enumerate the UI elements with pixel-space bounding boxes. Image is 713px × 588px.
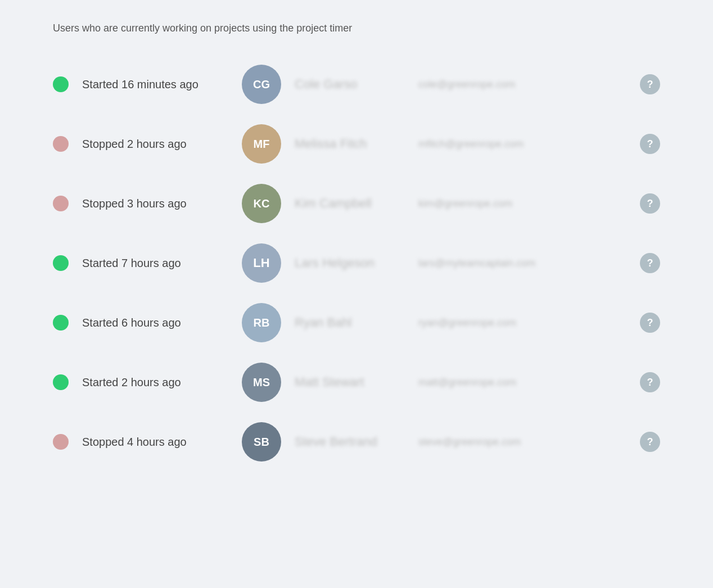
user-info-kim: Kim Campbellkim@greenrope.com	[295, 196, 626, 211]
main-container: Users who are currently working on proje…	[19, 0, 694, 494]
timer-text-steve: Stopped 4 hours ago	[82, 436, 228, 449]
user-name-cole: Cole Garso	[295, 77, 396, 92]
user-row: Started 6 hours agoRBRyan Bahlryan@green…	[53, 293, 660, 352]
status-dot-steve	[53, 434, 69, 450]
user-info-cole: Cole Garsocole@greenrope.com	[295, 77, 626, 92]
status-dot-matt	[53, 374, 69, 390]
timer-text-matt: Started 2 hours ago	[82, 376, 228, 389]
user-name-matt: Matt Stewart	[295, 375, 396, 390]
user-info-ryan: Ryan Bahlryan@greenrope.com	[295, 315, 626, 330]
timer-text-cole: Started 16 minutes ago	[82, 78, 228, 91]
user-row: Started 2 hours agoMSMatt Stewartmatt@gr…	[53, 352, 660, 412]
user-email-ryan: ryan@greenrope.com	[418, 317, 516, 329]
user-info-steve: Steve Bertrandsteve@greenrope.com	[295, 435, 626, 449]
avatar-kim: KC	[242, 184, 281, 223]
status-dot-lars	[53, 255, 69, 271]
timer-text-ryan: Started 6 hours ago	[82, 316, 228, 329]
help-button-steve[interactable]: ?	[640, 432, 660, 452]
avatar-cole: CG	[242, 65, 281, 104]
timer-text-kim: Stopped 3 hours ago	[82, 197, 228, 210]
user-email-steve: steve@greenrope.com	[418, 436, 521, 448]
user-email-lars: lars@myteamcaptain.com	[418, 257, 535, 269]
user-email-melissa: mfitch@greenrope.com	[418, 138, 524, 150]
user-list: Started 16 minutes agoCGCole Garsocole@g…	[53, 55, 660, 472]
help-button-kim[interactable]: ?	[640, 193, 660, 214]
user-row: Started 7 hours agoLHLars Helgesonlars@m…	[53, 233, 660, 293]
user-name-melissa: Melissa Fitch	[295, 137, 396, 151]
help-button-matt[interactable]: ?	[640, 372, 660, 392]
avatar-steve: SB	[242, 422, 281, 462]
help-button-melissa[interactable]: ?	[640, 134, 660, 154]
user-name-kim: Kim Campbell	[295, 196, 396, 211]
user-email-cole: cole@greenrope.com	[418, 79, 515, 91]
status-dot-ryan	[53, 315, 69, 331]
user-row: Stopped 3 hours agoKCKim Campbellkim@gre…	[53, 174, 660, 233]
help-button-ryan[interactable]: ?	[640, 313, 660, 333]
status-dot-melissa	[53, 136, 69, 152]
user-email-matt: matt@greenrope.com	[418, 377, 516, 388]
user-info-lars: Lars Helgesonlars@myteamcaptain.com	[295, 256, 626, 270]
status-dot-kim	[53, 196, 69, 211]
timer-text-melissa: Stopped 2 hours ago	[82, 138, 228, 151]
user-name-steve: Steve Bertrand	[295, 435, 396, 449]
help-button-lars[interactable]: ?	[640, 253, 660, 273]
page-description: Users who are currently working on proje…	[53, 22, 660, 34]
status-dot-cole	[53, 76, 69, 92]
user-info-matt: Matt Stewartmatt@greenrope.com	[295, 375, 626, 390]
avatar-lars: LH	[242, 243, 281, 283]
avatar-melissa: MF	[242, 124, 281, 164]
user-name-lars: Lars Helgeson	[295, 256, 396, 270]
user-row: Stopped 4 hours agoSBSteve Bertrandsteve…	[53, 412, 660, 472]
user-row: Stopped 2 hours agoMFMelissa Fitchmfitch…	[53, 114, 660, 174]
avatar-matt: MS	[242, 363, 281, 402]
user-email-kim: kim@greenrope.com	[418, 198, 512, 210]
avatar-ryan: RB	[242, 303, 281, 342]
timer-text-lars: Started 7 hours ago	[82, 257, 228, 270]
user-row: Started 16 minutes agoCGCole Garsocole@g…	[53, 55, 660, 114]
user-info-melissa: Melissa Fitchmfitch@greenrope.com	[295, 137, 626, 151]
help-button-cole[interactable]: ?	[640, 74, 660, 94]
user-name-ryan: Ryan Bahl	[295, 315, 396, 330]
